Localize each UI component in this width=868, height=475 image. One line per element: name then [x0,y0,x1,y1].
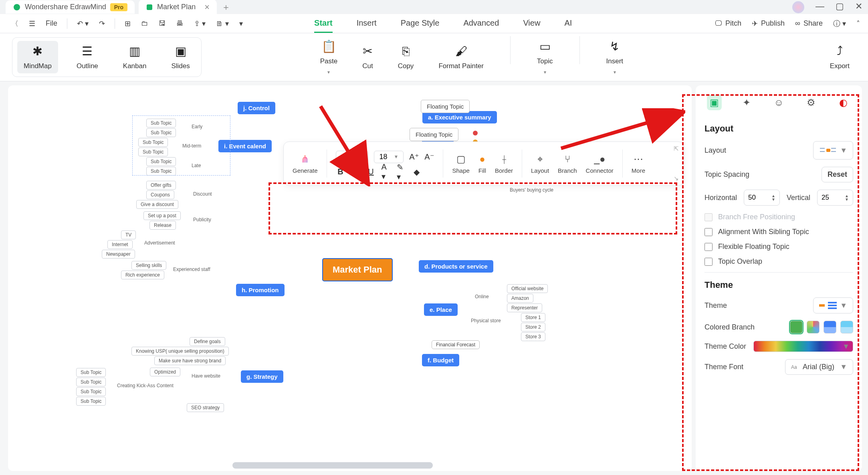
view-outline[interactable]: ☰Outline [70,41,105,73]
panel-tab-emoji[interactable]: ☺ [771,95,786,110]
panel-tab-settings[interactable]: ⚙ [804,95,819,110]
branch-swatch-1[interactable] [790,321,803,334]
node-budget[interactable]: f. Budget [422,354,459,366]
layout-select[interactable]: ▼ [813,141,853,160]
more-button[interactable]: ⋯More [632,154,645,174]
font-grow-icon[interactable]: A⁺ [409,152,419,162]
leaf[interactable]: Store 2 [521,323,545,331]
undo-button[interactable]: ↶ ▾ [74,18,92,30]
node-main[interactable]: Market Plan [322,258,393,281]
back-button[interactable]: 〈 [8,17,22,30]
leaf[interactable]: Sub Topic [76,387,106,396]
open-folder-icon[interactable]: 🗀 [138,18,151,29]
shape-button[interactable]: ▢Shape [452,154,469,174]
pin-icon[interactable]: ⇱ [674,145,679,152]
share-menu-icon[interactable]: 🗎 ▾ [213,18,232,30]
view-mindmap[interactable]: ✱MindMap [17,41,58,73]
avatar-icon[interactable] [792,1,804,13]
theme-font-select[interactable]: AaArial (Big)▼ [785,359,853,375]
app-tab[interactable]: Wondershare EdrawMind Pro [6,0,135,14]
hamburger-menu-icon[interactable]: ☰ [26,18,38,30]
view-slides[interactable]: ▣Slides [165,41,196,73]
share-button[interactable]: ∞ Share [795,19,823,28]
underline-icon[interactable]: U [366,167,376,177]
leaf[interactable]: Sub Topic [76,368,106,377]
node-products[interactable]: d. Products or service [419,260,493,273]
align-sibling-checkbox[interactable]: Alignment With Sibling Topic [704,228,853,236]
leaf[interactable]: TV [121,230,136,239]
bold-icon[interactable]: B [336,167,345,177]
leaf[interactable]: Knowing USP( unique selling proposition) [131,347,229,356]
leaf[interactable]: Make sure have strong brand [154,356,226,365]
leaf[interactable]: Newspaper [102,250,135,259]
leaf[interactable]: Store 1 [521,313,545,322]
leaf[interactable]: Sub Topic [76,378,106,386]
leaf[interactable]: Define goals [190,337,225,346]
topic-button[interactable]: ▭Topic▾ [531,36,559,78]
italic-icon[interactable]: I [351,167,361,177]
font-shrink-icon[interactable]: A⁻ [424,152,434,162]
horizontal-input[interactable]: ▲▼ [744,190,780,206]
floating-topic-2[interactable]: Floating Topic [410,128,458,141]
node-strategy[interactable]: g. Strategy [241,370,283,383]
branch-swatch-3[interactable] [824,321,836,334]
theme-color-select[interactable]: ▼ [753,341,853,352]
node-place[interactable]: e. Place [424,303,458,316]
floating-topic-1[interactable]: Floating Topic [421,100,470,113]
leaf[interactable]: Sub Topic [76,397,106,406]
tab-advanced[interactable]: Advanced [463,14,499,33]
panel-tab-style[interactable]: ✦ [739,95,754,110]
print-icon[interactable]: 🖶 [173,18,187,29]
node-promo[interactable]: h. Promotion [236,284,285,296]
leaf[interactable]: Official website [507,284,548,293]
view-kanban[interactable]: ▥Kanban [117,41,153,73]
connector-button[interactable]: ⎯●Connector [586,154,614,174]
border-button[interactable]: ⟊Border [495,154,513,174]
leaf[interactable]: Representer [507,303,542,312]
more-menu-icon[interactable]: ▾ [236,18,246,30]
leaf[interactable]: Selling skills [131,261,166,270]
branch-swatch-2[interactable] [807,321,820,334]
font-size-select[interactable]: 18▼ [374,151,404,163]
leaf[interactable]: Buyers' buying cycle [510,187,553,193]
horizontal-scrollbar[interactable] [232,462,433,469]
copy-button[interactable]: ⎘Copy [392,36,420,78]
pitch-button[interactable]: 🖵 Pitch [715,19,741,28]
redo-button[interactable]: ↷ [96,18,108,30]
file-menu[interactable]: File [42,18,61,29]
vertical-input[interactable]: ▲▼ [817,190,853,206]
cut-button[interactable]: ✂Cut [356,36,379,78]
leaf[interactable]: Coupons [146,190,174,199]
branch-button[interactable]: ⑂Branch [558,154,577,174]
theme-select[interactable]: ▼ [813,297,853,313]
doc-tab[interactable]: Market Plan × [139,0,217,15]
reset-button[interactable]: Reset [822,167,853,182]
leaf[interactable]: Internet [107,240,133,249]
panel-tab-color[interactable]: ◐ [836,95,851,110]
close-window-icon[interactable]: ✕ [855,1,862,13]
leaf[interactable]: SEO strategy [187,403,224,412]
leaf[interactable]: Set up a post [143,211,181,220]
branch-swatch-4[interactable] [840,321,853,334]
help-icon[interactable]: ⓘ ▾ [833,19,846,28]
tab-view[interactable]: View [523,14,540,33]
minimize-icon[interactable]: — [816,1,824,13]
add-tab-icon[interactable]: ＋ [222,1,230,13]
tab-start[interactable]: Start [314,14,333,33]
collapse-ribbon-icon[interactable]: ˄ [856,19,860,28]
tab-ai[interactable]: AI [564,14,572,33]
tab-page-style[interactable]: Page Style [401,14,440,33]
export-menu-icon[interactable]: ⇪ ▾ [191,18,209,30]
fill-button[interactable]: ●Fill [478,154,486,174]
leaf[interactable]: Rich experience [121,271,164,279]
leaf[interactable]: Give a discount [136,200,178,209]
node-control[interactable]: j. Control [238,102,275,114]
format-painter-button[interactable]: 🖌Format Painter [432,36,490,78]
publish-button[interactable]: ✈ Publish [752,19,785,28]
close-tab-icon[interactable]: × [204,2,210,12]
leaf[interactable]: Release [149,221,176,230]
leaf[interactable]: Offer gifts [146,181,176,190]
leaf[interactable]: Optimized [150,368,180,376]
font-select[interactable]: Arial▼ [336,151,369,163]
font-color-icon[interactable]: A ▾ [382,167,391,177]
